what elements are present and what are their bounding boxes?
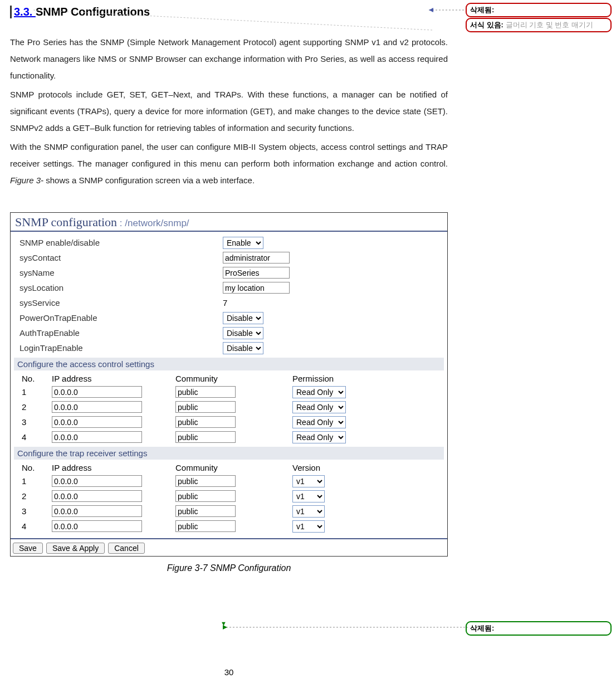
field-label: AuthTrapEnable	[19, 328, 223, 338]
table-row: 3v1v2	[19, 504, 438, 519]
field-input[interactable]	[223, 252, 290, 264]
triangle-marker-icon: ▼	[221, 620, 227, 627]
table-row: 2v1v2	[19, 489, 438, 504]
cell-no: 1	[19, 476, 52, 486]
ip-input[interactable]	[52, 505, 142, 517]
paragraph-3: With the SNMP configuration panel, the u…	[10, 139, 448, 189]
arrow-icon	[429, 7, 468, 13]
field-label: sysService	[19, 298, 223, 308]
field-label: sysContact	[19, 253, 223, 262]
comment-deleted-2: 삭제됨:	[466, 621, 612, 636]
field-select[interactable]: EnableDisable	[223, 312, 263, 324]
trap-col-comm: Community	[175, 463, 292, 472]
table-row: 4v1v2	[19, 519, 438, 534]
cell-no: 3	[19, 506, 52, 516]
table-row: 1v1v2	[19, 474, 438, 489]
cell-no: 4	[19, 432, 52, 442]
connector-line-2	[223, 624, 468, 631]
comment-format: 서식 있음: 글머리 기호 및 번호 매기기	[466, 18, 612, 32]
version-select[interactable]: v1v2	[292, 505, 325, 518]
field-label: sysLocation	[19, 283, 223, 292]
cell-no: 2	[19, 491, 52, 501]
version-select[interactable]: v1v2	[292, 490, 325, 502]
figure-path: : /network/snmp/	[117, 218, 189, 228]
community-input[interactable]	[175, 416, 236, 428]
field-static: 7	[223, 298, 227, 308]
community-input[interactable]	[175, 401, 236, 413]
table-row: 3Read OnlyRead/Write	[19, 414, 438, 430]
ip-input[interactable]	[52, 520, 142, 532]
table-row: 1Read OnlyRead/Write	[19, 384, 438, 399]
heading-number: 3.3.	[14, 6, 36, 18]
acl-col-ip: IP address	[52, 374, 175, 383]
cell-no: 3	[19, 417, 52, 427]
cell-no: 4	[19, 521, 52, 531]
field-label: sysName	[19, 268, 223, 277]
field-select[interactable]: EnableDisable	[223, 327, 263, 339]
page-number: 30	[0, 667, 458, 677]
svg-line-2	[33, 10, 432, 30]
permission-select[interactable]: Read OnlyRead/Write	[292, 431, 346, 443]
field-label: SNMP enable/disable	[19, 238, 223, 247]
ip-input[interactable]	[52, 490, 142, 502]
community-input[interactable]	[175, 431, 236, 443]
ip-input[interactable]	[52, 475, 142, 487]
trap-col-ip: IP address	[52, 463, 175, 472]
save-button[interactable]: Save	[13, 543, 43, 554]
permission-select[interactable]: Read OnlyRead/Write	[292, 416, 346, 428]
field-select[interactable]: EnableDisable	[223, 237, 263, 249]
snmp-config-figure: SNMP configuration : /network/snmp/ SNMP…	[10, 212, 448, 557]
acl-col-comm: Community	[175, 374, 292, 383]
ip-input[interactable]	[52, 386, 142, 398]
permission-select[interactable]: Read OnlyRead/Write	[292, 401, 346, 413]
save-apply-button[interactable]: Save & Apply	[46, 543, 105, 554]
table-row: 4Read OnlyRead/Write	[19, 430, 438, 445]
paragraph-1: The Pro Series has the SNMP (Simple Netw…	[10, 34, 448, 84]
field-input[interactable]	[223, 267, 290, 279]
acl-section-header: Configure the access control settings	[14, 358, 444, 370]
field-label: PowerOnTrapEnable	[19, 313, 223, 323]
ip-input[interactable]	[52, 401, 142, 413]
ip-input[interactable]	[52, 431, 142, 443]
field-select[interactable]: EnableDisable	[223, 342, 263, 354]
version-select[interactable]: v1v2	[292, 520, 325, 533]
acl-table: No. IP address Community Permission 1Rea…	[19, 373, 438, 445]
comment-deleted-1: 삭제됨:	[466, 3, 612, 17]
trap-section-header: Configure the trap receiver settings	[14, 447, 444, 460]
paragraph-2: SNMP protocols include GET, SET, GET–Nex…	[10, 86, 448, 136]
trap-col-ver: Version	[292, 463, 370, 472]
permission-select[interactable]: Read OnlyRead/Write	[292, 386, 346, 398]
acl-col-no: No.	[19, 374, 52, 383]
field-input[interactable]	[223, 282, 290, 294]
acl-col-perm: Permission	[292, 374, 370, 383]
figure-title: SNMP configuration	[15, 215, 117, 229]
connector-line-1	[33, 8, 432, 41]
figure-title-bar: SNMP configuration : /network/snmp/	[11, 213, 447, 232]
community-input[interactable]	[175, 475, 236, 487]
trap-table: No. IP address Community Version 1v1v22v…	[19, 462, 438, 534]
community-input[interactable]	[175, 520, 236, 532]
trap-col-no: No.	[19, 463, 52, 472]
version-select[interactable]: v1v2	[292, 475, 325, 487]
table-row: 2Read OnlyRead/Write	[19, 399, 438, 414]
ip-input[interactable]	[52, 416, 142, 428]
cell-no: 1	[19, 387, 52, 397]
cell-no: 2	[19, 402, 52, 412]
community-input[interactable]	[175, 490, 236, 502]
cancel-button[interactable]: Cancel	[108, 543, 145, 554]
figure-caption: Figure 3-7 SNMP Configuration	[10, 563, 448, 573]
field-label: LoginTrapEnable	[19, 343, 223, 353]
community-input[interactable]	[175, 386, 236, 398]
community-input[interactable]	[175, 505, 236, 517]
